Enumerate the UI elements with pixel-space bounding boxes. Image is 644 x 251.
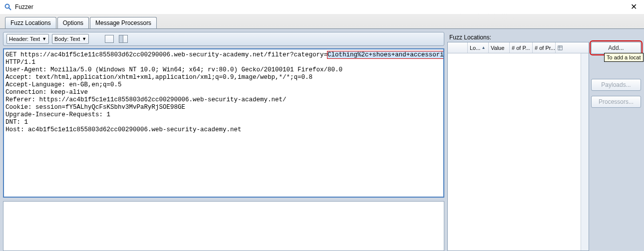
svg-rect-2 bbox=[558, 45, 562, 49]
app-icon bbox=[4, 3, 12, 11]
window-title: Fuzzer bbox=[15, 3, 33, 10]
tab-label: Options bbox=[63, 19, 83, 26]
column-config[interactable] bbox=[556, 42, 565, 53]
content-area: Header: Text ▼ Body: Text ▼ GET https://… bbox=[0, 29, 644, 251]
sort-asc-icon: ▲ bbox=[481, 45, 485, 50]
request-toolbar: Header: Text ▼ Body: Text ▼ bbox=[3, 32, 444, 46]
fuzzer-window: Fuzzer ✕ Fuzz Locations Options Message … bbox=[0, 0, 644, 251]
button-label: Processors... bbox=[599, 98, 634, 105]
vertical-scrollbar[interactable] bbox=[581, 53, 589, 251]
column-num-processors[interactable]: # of Pr... bbox=[533, 42, 556, 53]
left-pane: Header: Text ▼ Body: Text ▼ GET https://… bbox=[3, 32, 444, 251]
add-tooltip: To add a locat bbox=[604, 53, 644, 62]
button-label: Add... bbox=[608, 44, 624, 51]
header-view-combo[interactable]: Header: Text ▼ bbox=[6, 34, 49, 44]
svg-line-1 bbox=[9, 8, 11, 10]
tab-message-processors[interactable]: Message Processors bbox=[90, 17, 157, 28]
payloads-button[interactable]: Payloads... bbox=[591, 79, 641, 91]
svg-point-0 bbox=[5, 4, 9, 8]
tab-bar: Fuzz Locations Options Message Processor… bbox=[0, 14, 644, 29]
tab-label: Fuzz Locations bbox=[10, 19, 51, 26]
table-header: Lo...▲ Value # of P... # of Pr... bbox=[448, 42, 589, 53]
column-blank[interactable] bbox=[448, 42, 468, 53]
combo-label: Header: Text bbox=[9, 36, 40, 42]
request-text-rest: HTTP/1.1 User-Agent: Mozilla/5.0 (Window… bbox=[5, 59, 342, 133]
table-body[interactable] bbox=[448, 53, 581, 251]
tab-fuzz-locations[interactable]: Fuzz Locations bbox=[5, 17, 56, 28]
fuzz-locations-label: Fuzz Locations: bbox=[447, 32, 641, 42]
chevron-down-icon: ▼ bbox=[42, 36, 46, 41]
split-view-icon[interactable] bbox=[105, 35, 114, 43]
right-pane: Fuzz Locations: Lo...▲ Value # of P... #… bbox=[447, 32, 641, 251]
columns-config-icon bbox=[558, 45, 563, 51]
request-selection[interactable]: Clothing%2c+shoes+and+accessories bbox=[327, 51, 444, 58]
combo-label: Body: Text bbox=[54, 36, 80, 42]
response-placeholder bbox=[3, 201, 444, 251]
request-text-pre: GET https://ac4b1f5c1e11c855803d62cc0029… bbox=[5, 51, 327, 58]
column-num-payloads[interactable]: # of P... bbox=[510, 42, 533, 53]
column-location[interactable]: Lo...▲ bbox=[468, 42, 489, 53]
body-view-combo[interactable]: Body: Text ▼ bbox=[52, 34, 89, 44]
add-button[interactable]: Add... bbox=[591, 42, 641, 54]
button-label: Payloads... bbox=[601, 81, 631, 88]
column-value[interactable]: Value bbox=[489, 42, 510, 53]
tab-options[interactable]: Options bbox=[57, 17, 89, 28]
close-icon[interactable]: ✕ bbox=[628, 2, 640, 12]
titlebar: Fuzzer ✕ bbox=[0, 0, 644, 14]
locations-table: Lo...▲ Value # of P... # of Pr... bbox=[447, 42, 589, 251]
locations-buttons: Add... To add a locat Payloads... Proces… bbox=[591, 42, 641, 251]
tab-label: Message Processors bbox=[95, 19, 151, 26]
right-content: Lo...▲ Value # of P... # of Pr... bbox=[447, 42, 641, 251]
chevron-down-icon: ▼ bbox=[82, 36, 86, 41]
processors-button[interactable]: Processors... bbox=[591, 96, 641, 108]
split-half-icon[interactable] bbox=[119, 35, 128, 43]
request-editor[interactable]: GET https://ac4b1f5c1e11c855803d62cc0029… bbox=[3, 48, 444, 198]
